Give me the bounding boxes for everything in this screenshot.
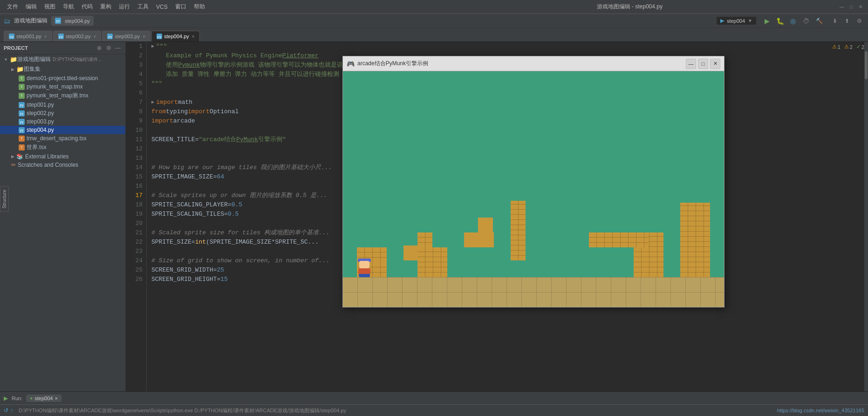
tsx-icon-2: T: [19, 144, 25, 150]
code-text-26a: SCREEN_GRID_HEIGHT: [151, 275, 217, 284]
folder-图集集[interactable]: ▶ 📁 图集集: [0, 64, 125, 74]
tab-step003-label: step003.py: [115, 34, 140, 39]
tab-step001[interactable]: py step001.py ×: [4, 31, 52, 41]
code-text-18c: 0.5: [232, 200, 242, 210]
check-badge[interactable]: ✓ 2: [856, 44, 864, 50]
menu-tools[interactable]: 工具: [134, 1, 152, 12]
folder-图集集-label: 图集集: [24, 65, 41, 73]
ext-lib-icon: 📚: [16, 153, 23, 160]
code-text-22f: *: [271, 238, 275, 247]
run-button[interactable]: ▶: [762, 16, 772, 26]
menu-view[interactable]: 视图: [41, 1, 59, 12]
code-text-26b: =: [217, 275, 220, 284]
line-num-21: 21: [126, 228, 143, 238]
run-tab-close[interactable]: ×: [55, 396, 57, 401]
code-text-19b: =: [224, 210, 228, 219]
menu-vcs[interactable]: VCS: [153, 2, 171, 12]
line-num-1: 1: [126, 42, 143, 51]
menu-edit[interactable]: 编辑: [22, 1, 40, 12]
scrollbar-thumb[interactable]: [865, 51, 868, 79]
run-config-selector[interactable]: ▶ step004 ▼: [717, 17, 756, 25]
settings-button[interactable]: ⚙: [854, 16, 864, 26]
tab-step001-close[interactable]: ×: [44, 34, 47, 39]
vertical-scrollbar[interactable]: [864, 42, 868, 391]
external-libraries[interactable]: ▶ 📚 External Libraries: [0, 152, 125, 161]
minimize-button[interactable]: —: [838, 3, 846, 11]
refresh-icon: ↺: [4, 407, 8, 414]
tab-step003-close[interactable]: ×: [143, 34, 145, 39]
fold-icon-1[interactable]: ▶: [151, 42, 154, 51]
profile-button[interactable]: ⏱: [801, 16, 811, 26]
code-text-22b: =: [191, 238, 195, 247]
code-text-15a: SPRITE_IMAGE_SIZE: [151, 172, 213, 182]
warning-badge-2[interactable]: ⚠ 2: [844, 44, 853, 50]
current-file-tab[interactable]: py step004.py: [51, 16, 94, 26]
sidebar-header: Project ⊕ ⚙ —: [0, 42, 125, 55]
menu-window[interactable]: 窗口: [172, 1, 190, 12]
player-legs: [359, 274, 370, 277]
debug-button[interactable]: 🐛: [775, 16, 785, 26]
menu-run[interactable]: 运行: [116, 1, 133, 12]
tab-step002-close[interactable]: ×: [94, 34, 96, 39]
run-win-close[interactable]: ✕: [710, 59, 720, 69]
tab-step003[interactable]: py step003.py ×: [102, 31, 150, 41]
menu-refactor[interactable]: 重构: [97, 1, 115, 12]
scratches-consoles[interactable]: ✏ Scratches and Consoles: [0, 161, 125, 169]
player-body: [357, 259, 372, 277]
run-icon[interactable]: ▶: [4, 395, 8, 402]
py-icon-s4: py: [19, 127, 25, 133]
file-step003[interactable]: py step003.py: [0, 117, 125, 126]
project-root[interactable]: ▼ 📁 游戏地图编辑 D:\PYTHON编程\课件...: [0, 55, 125, 64]
line-numbers: 1 2 3 4 5 6 7 8 9 10 11 12 13 14 15 16 1…: [126, 42, 147, 391]
py-icon-s1: py: [19, 102, 25, 108]
line-num-12: 12: [126, 144, 143, 154]
vcs-commit-button[interactable]: ⬆: [842, 16, 852, 26]
current-filename: step004.py: [65, 18, 90, 24]
gear-icon[interactable]: ⚙: [105, 44, 112, 52]
tab-step004[interactable]: py step004.py ×: [151, 31, 200, 41]
vcs-update-button[interactable]: ⬇: [830, 16, 840, 26]
file-demo01[interactable]: T demo01-project.tiled-session: [0, 74, 125, 82]
file-step002[interactable]: py step002.py: [0, 109, 125, 117]
file-pymunk-map-cn[interactable]: T pymunk_test_map测.tmx: [0, 91, 125, 101]
line-num-2: 2: [126, 51, 143, 61]
py-icon: py: [9, 34, 14, 39]
menu-navigate[interactable]: 导航: [60, 1, 77, 12]
collapse-icon[interactable]: —: [114, 44, 122, 52]
file-pymunk-map[interactable]: T pymunk_test_map.tmx: [0, 82, 125, 91]
player-head: [359, 261, 369, 268]
py-icon-3: py: [107, 34, 113, 39]
run-win-maximize[interactable]: □: [698, 59, 708, 69]
menu-file[interactable]: 文件: [4, 1, 21, 12]
status-refresh-btn[interactable]: ↺ ↑: [4, 407, 13, 414]
tab-step004-close[interactable]: ×: [192, 34, 195, 39]
status-url[interactable]: https://blog.csdn.net/weixin_43521165: [777, 408, 864, 413]
maximize-button[interactable]: □: [847, 3, 855, 11]
fold-icon-7[interactable]: ▶: [151, 98, 154, 107]
file-world[interactable]: T 世界.tsx: [0, 143, 125, 152]
code-text-15c: 64: [217, 172, 224, 182]
tab-step001-label: step001.py: [16, 34, 41, 39]
titlebar-left: 文件 编辑 视图 导航 代码 重构 运行 工具 VCS 窗口 帮助: [4, 1, 421, 12]
menu-code[interactable]: 代码: [78, 1, 96, 12]
file-step004[interactable]: py step004.py: [0, 126, 125, 134]
run-titlebar: 🎮 arcade结合PyMunk引擎示例 — □ ✕: [343, 56, 724, 71]
add-icon[interactable]: ⊕: [96, 44, 103, 52]
warning-badge-1[interactable]: ⚠ 1: [832, 44, 841, 50]
structure-tab[interactable]: Structure: [0, 186, 9, 212]
platform-11: [511, 201, 526, 260]
file-step001[interactable]: py step001.py: [0, 101, 125, 109]
file-tmw-desert[interactable]: T tmw_desert_spacing.tsx: [0, 134, 125, 143]
coverage-button[interactable]: ◎: [788, 16, 798, 26]
line-num-8: 8: [126, 107, 143, 116]
run-win-minimize[interactable]: —: [686, 59, 696, 69]
close-button[interactable]: ✕: [857, 3, 864, 11]
build-button[interactable]: 🔨: [814, 16, 824, 26]
line-num-9: 9: [126, 116, 143, 126]
tab-step002[interactable]: py step002.py ×: [53, 31, 102, 41]
run-tab[interactable]: ● step004 ×: [26, 395, 62, 402]
code-text-18b: =: [228, 200, 232, 210]
file-world-label: 世界.tsx: [27, 143, 47, 151]
menu-help[interactable]: 帮助: [191, 1, 208, 12]
run-tab-label: step004: [34, 396, 53, 401]
